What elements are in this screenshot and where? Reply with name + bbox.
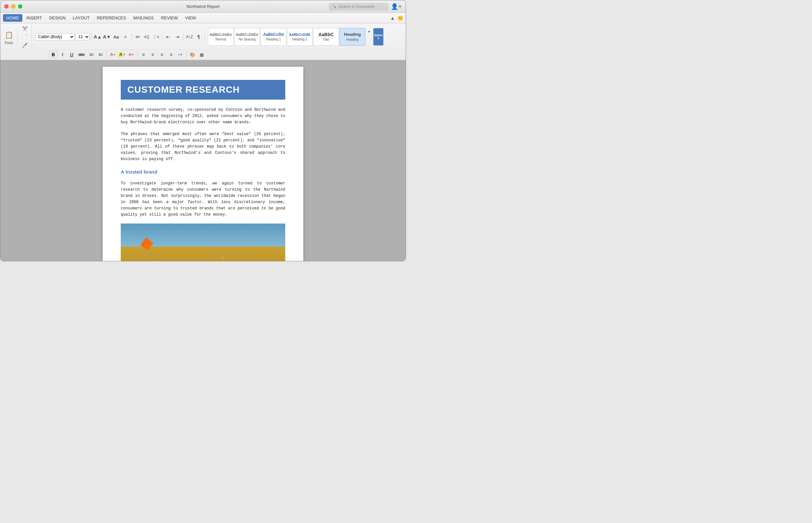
decrease-indent-button[interactable]: ⇤: [164, 33, 172, 41]
search-box[interactable]: 🔍 Search in Document: [329, 3, 388, 10]
align-left-button[interactable]: ≡: [139, 51, 148, 58]
divider1: [91, 33, 92, 40]
style-normal[interactable]: AaBbCcDdEe Normal: [208, 28, 234, 46]
style-heading-preview: Heading: [344, 32, 361, 37]
change-case-button[interactable]: Aa: [112, 33, 120, 41]
justify-button[interactable]: ≡: [167, 51, 175, 58]
divider2: [131, 33, 132, 40]
title-bar-right: 🔍 Search in Document 👤+: [329, 3, 402, 10]
maximize-button[interactable]: [18, 4, 22, 8]
strikethrough-button[interactable]: abc: [77, 51, 87, 58]
superscript-button[interactable]: X2: [97, 51, 105, 58]
shading-button[interactable]: 🎨: [188, 51, 197, 58]
menu-item-home[interactable]: HOME: [3, 14, 22, 22]
document-title-banner: CUSTOMER RESEARCH: [121, 80, 285, 100]
cut-button[interactable]: ✂️: [20, 25, 29, 33]
toolbar-row1: 📋 Paste ✂️ 📄 🖌️ Calibri (Body) 12 A▲ A▼ …: [0, 23, 406, 50]
divider6: [107, 51, 107, 58]
font-size-select[interactable]: 12: [75, 33, 90, 40]
turbine-pole-1: [212, 257, 212, 262]
style-h1-preview: AaBbCcDd: [263, 33, 284, 37]
align-right-button[interactable]: ≡: [158, 51, 166, 58]
menu-item-review[interactable]: REVIEW: [158, 14, 181, 22]
menu-item-layout[interactable]: LAYOUT: [69, 14, 93, 22]
underline-button[interactable]: U: [67, 51, 76, 58]
window-title: Northwind Report: [186, 4, 220, 9]
paste-label: Paste: [5, 41, 13, 45]
document-area[interactable]: CUSTOMER RESEARCH A customer research su…: [0, 60, 406, 262]
font-name-select[interactable]: Calibri (Body): [35, 33, 75, 40]
document-page: CUSTOMER RESEARCH A customer research su…: [103, 67, 303, 262]
style-h2-preview: AaBbCcDdE: [289, 33, 311, 36]
styles-expand-icon: ▼: [377, 37, 380, 40]
turbine-4: ✤: [244, 255, 246, 262]
styles-up-arrow[interactable]: ▲: [366, 28, 373, 46]
styles-expand-label: Styles: [374, 34, 383, 37]
style-normal-preview: AaBbCcDdEe: [210, 33, 232, 36]
style-title[interactable]: AaBbC Title: [313, 28, 339, 46]
collapse-ribbon-btn[interactable]: ▲: [390, 15, 395, 21]
highlight-color-button[interactable]: A▼: [118, 51, 126, 58]
format-painter-button[interactable]: 🖌️: [20, 41, 29, 49]
menu-item-insert[interactable]: INSERT: [23, 14, 45, 22]
emoji-btn[interactable]: 🙂: [397, 15, 403, 21]
divider4: [183, 33, 184, 40]
show-formatting-button[interactable]: ¶: [194, 33, 203, 41]
menu-item-references[interactable]: REFERENCES: [93, 14, 129, 22]
menu-item-view[interactable]: VIEW: [182, 14, 200, 22]
style-nospacing-label: No Spacing: [239, 37, 256, 41]
style-heading2[interactable]: AaBbCcDdE Heading 2: [287, 28, 313, 46]
section-paragraph-1: To investigate longer-term trends, we ag…: [121, 180, 285, 218]
font-grow-button[interactable]: A▲: [93, 33, 102, 41]
styles-panel: AaBbCcDdEe Normal AaBbCcDdEe No Spacing …: [208, 28, 384, 46]
divider7: [137, 51, 138, 58]
bold-button[interactable]: B: [49, 51, 57, 58]
divider8: [186, 51, 187, 58]
style-nospacing-preview: AaBbCcDdEe: [236, 33, 258, 36]
turbines-group: ✤ ✤ ✤ ✤: [211, 252, 246, 262]
sort-button[interactable]: A↕Z: [185, 33, 194, 41]
style-h1-label: Heading 1: [266, 37, 281, 41]
clear-formatting-button[interactable]: ✕: [121, 33, 129, 41]
divider3: [162, 33, 162, 40]
font-color-button[interactable]: A▼: [108, 51, 117, 58]
title-bar: Northwind Report 🔍 Search in Document 👤+: [0, 0, 406, 13]
user-icon[interactable]: 👤+: [391, 3, 402, 10]
paragraph-2: The phrases that emerged most often were…: [121, 131, 285, 163]
paste-button[interactable]: 📋: [3, 29, 15, 41]
clipboard-group: ✂️ 📄 🖌️: [20, 25, 32, 49]
toolbar-row2: B I U abc X2 X2 A▼ A▼ A▼ ≡ ≡ ≡ ≡ ↕▼ 🎨 ▦: [0, 50, 406, 60]
line-spacing-button[interactable]: ↕▼: [176, 51, 185, 58]
close-button[interactable]: [4, 4, 8, 8]
style-heading-label: Heading: [346, 38, 358, 41]
style-title-label: Title: [323, 38, 329, 41]
multilevel-list-button[interactable]: ⋮≡: [152, 33, 160, 41]
toolbar-area: 📋 Paste ✂️ 📄 🖌️ Calibri (Body) 12 A▲ A▼ …: [0, 23, 406, 60]
copy-button[interactable]: 📄: [20, 33, 29, 41]
turbine-pole-3: [234, 256, 235, 262]
styles-expand-button[interactable]: Styles ▼: [373, 28, 384, 46]
increase-indent-button[interactable]: ⇥: [173, 33, 182, 41]
svg-marker-0: [139, 236, 154, 251]
minimize-button[interactable]: [11, 4, 15, 8]
style-heading1[interactable]: AaBbCcDd Heading 1: [261, 28, 286, 46]
section-heading-trusted-brand: A trusted brand: [121, 168, 285, 176]
menu-right-controls: ▲ 🙂: [390, 15, 403, 21]
style-no-spacing[interactable]: AaBbCcDdEe No Spacing: [234, 28, 260, 46]
paragraph-1: A customer research survey, co-sponsored…: [121, 107, 285, 126]
align-center-button[interactable]: ≡: [149, 51, 157, 58]
style-normal-label: Normal: [215, 37, 226, 41]
style-heading[interactable]: Heading Heading: [340, 28, 365, 46]
borders-button[interactable]: ▦: [197, 51, 206, 58]
numbered-list-button[interactable]: ≡1: [142, 33, 151, 41]
text-shade-button[interactable]: A▼: [127, 51, 136, 58]
menu-item-mailings[interactable]: MAILINGS: [130, 14, 157, 22]
italic-button[interactable]: I: [58, 51, 67, 58]
font-shrink-button[interactable]: A▼: [103, 33, 111, 41]
subscript-button[interactable]: X2: [87, 51, 96, 58]
style-title-preview: AaBbC: [318, 32, 334, 37]
turbine-pole-2: [223, 255, 223, 262]
paste-group: 📋 Paste: [3, 29, 18, 45]
menu-item-design[interactable]: DESIGN: [46, 14, 69, 22]
bullet-list-button[interactable]: ≡•: [133, 33, 142, 41]
